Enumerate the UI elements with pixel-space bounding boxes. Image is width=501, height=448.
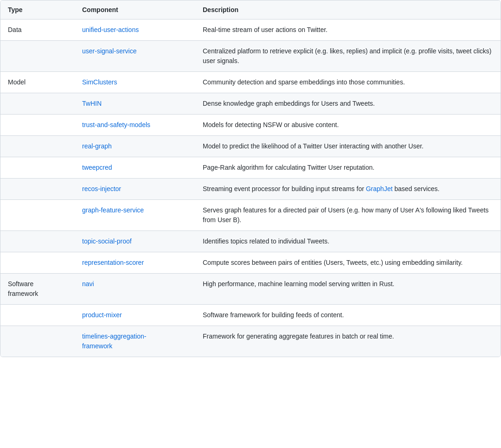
- table-header: Type Component Description: [0, 0, 501, 19]
- table-row: graph-feature-serviceServes graph featur…: [0, 200, 501, 231]
- table-row: user-signal-serviceCentralized platform …: [0, 41, 501, 72]
- description-cell: Serves graph features for a directed pai…: [195, 200, 501, 231]
- header-row: Type Component Description: [0, 0, 501, 19]
- table-row: timelines-aggregation-frameworkFramework…: [0, 326, 501, 357]
- type-cell: [0, 231, 75, 252]
- table-row: ModelSimClustersCommunity detection and …: [0, 72, 501, 93]
- component-cell: trust-and-safety-models: [75, 115, 195, 136]
- component-cell: recos-injector: [75, 179, 195, 200]
- table-row: trust-and-safety-modelsModels for detect…: [0, 115, 501, 136]
- component-cell: timelines-aggregation-framework: [75, 326, 195, 357]
- table-row: product-mixerSoftware framework for buil…: [0, 305, 501, 326]
- description-cell: Identifies topics related to individual …: [195, 231, 501, 252]
- table-body: Dataunified-user-actionsReal-time stream…: [0, 19, 501, 357]
- type-cell: Model: [0, 72, 75, 93]
- description-cell: Streaming event processor for building i…: [195, 179, 501, 200]
- table-row: recos-injectorStreaming event processor …: [0, 179, 501, 200]
- type-cell: [0, 179, 75, 200]
- main-table-container: Type Component Description Dataunified-u…: [0, 0, 501, 357]
- type-cell: [0, 136, 75, 157]
- component-link[interactable]: navi: [82, 280, 94, 288]
- type-cell: [0, 41, 75, 72]
- component-link[interactable]: representation-scorer: [82, 259, 144, 266]
- description-cell: Model to predict the likelihood of a Twi…: [195, 136, 501, 157]
- description-cell: Real-time stream of user actions on Twit…: [195, 19, 501, 41]
- component-link[interactable]: timelines-aggregation-framework: [82, 333, 147, 350]
- component-cell: topic-social-proof: [75, 231, 195, 252]
- component-link[interactable]: unified-user-actions: [82, 26, 139, 33]
- component-link[interactable]: SimClusters: [82, 78, 117, 86]
- table-row: real-graphModel to predict the likelihoo…: [0, 136, 501, 157]
- component-link[interactable]: recos-injector: [82, 185, 121, 192]
- description-cell: Centralized platform to retrieve explici…: [195, 41, 501, 72]
- component-cell: real-graph: [75, 136, 195, 157]
- component-link[interactable]: graph-feature-service: [82, 206, 144, 214]
- component-cell: unified-user-actions: [75, 19, 195, 41]
- component-link[interactable]: trust-and-safety-models: [82, 121, 150, 128]
- component-link[interactable]: product-mixer: [82, 311, 122, 319]
- component-column-header: Component: [75, 0, 195, 19]
- component-link[interactable]: topic-social-proof: [82, 237, 132, 245]
- type-cell: Software framework: [0, 274, 75, 305]
- component-cell: representation-scorer: [75, 252, 195, 274]
- component-cell: graph-feature-service: [75, 200, 195, 231]
- type-cell: [0, 252, 75, 274]
- component-cell: tweepcred: [75, 157, 195, 179]
- component-cell: user-signal-service: [75, 41, 195, 72]
- type-column-header: Type: [0, 0, 75, 19]
- table-row: representation-scorerCompute scores betw…: [0, 252, 501, 274]
- component-link[interactable]: TwHIN: [82, 100, 102, 107]
- description-cell: High performance, machine learning model…: [195, 274, 501, 305]
- description-cell: Software framework for building feeds of…: [195, 305, 501, 326]
- component-cell: navi: [75, 274, 195, 305]
- type-cell: [0, 326, 75, 357]
- description-cell: Dense knowledge graph embeddings for Use…: [195, 93, 501, 115]
- inline-description-link[interactable]: GraphJet: [366, 185, 393, 192]
- type-cell: [0, 115, 75, 136]
- description-cell: Community detection and sparse embedding…: [195, 72, 501, 93]
- component-link[interactable]: user-signal-service: [82, 47, 136, 55]
- component-cell: product-mixer: [75, 305, 195, 326]
- type-cell: Data: [0, 19, 75, 41]
- description-cell: Page-Rank algorithm for calculating Twit…: [195, 157, 501, 179]
- type-cell: [0, 200, 75, 231]
- type-cell: [0, 305, 75, 326]
- description-cell: Models for detecting NSFW or abusive con…: [195, 115, 501, 136]
- type-cell: [0, 93, 75, 115]
- table-row: Dataunified-user-actionsReal-time stream…: [0, 19, 501, 41]
- component-cell: SimClusters: [75, 72, 195, 93]
- component-link[interactable]: real-graph: [82, 142, 112, 150]
- table-row: topic-social-proofIdentifies topics rela…: [0, 231, 501, 252]
- description-cell: Framework for generating aggregate featu…: [195, 326, 501, 357]
- table-row: tweepcredPage-Rank algorithm for calcula…: [0, 157, 501, 179]
- table-row: TwHINDense knowledge graph embeddings fo…: [0, 93, 501, 115]
- table-row: Software frameworknaviHigh performance, …: [0, 274, 501, 305]
- type-cell: [0, 157, 75, 179]
- component-cell: TwHIN: [75, 93, 195, 115]
- description-column-header: Description: [195, 0, 501, 19]
- components-table: Type Component Description Dataunified-u…: [0, 0, 501, 357]
- description-cell: Compute scores between pairs of entities…: [195, 252, 501, 274]
- component-link[interactable]: tweepcred: [82, 164, 112, 171]
